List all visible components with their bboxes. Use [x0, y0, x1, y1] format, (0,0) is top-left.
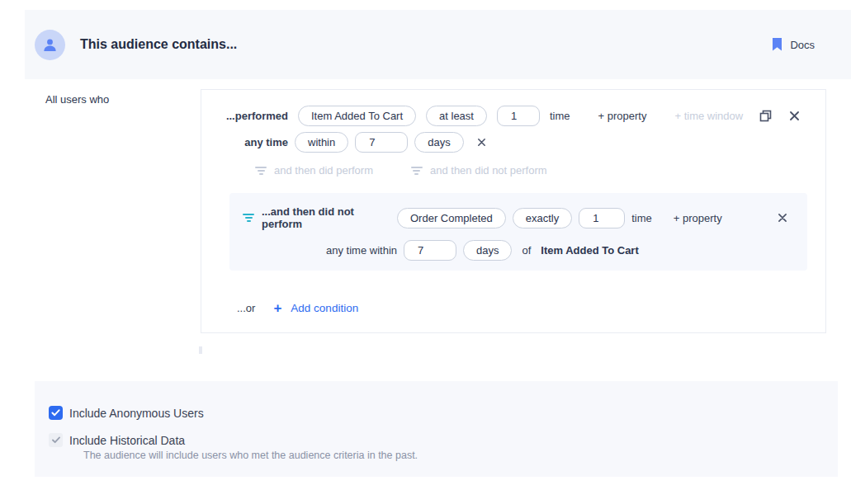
- copy-icon: [759, 110, 772, 122]
- add-condition-button[interactable]: + Add condition: [273, 301, 358, 315]
- then-did-perform-label: and then did perform: [274, 164, 373, 177]
- anonymous-users-row: Include Anonymous Users: [49, 406, 838, 420]
- remove-condition-button[interactable]: [788, 110, 801, 122]
- options-panel: Include Anonymous Users Include Historic…: [35, 381, 838, 477]
- all-users-label: All users who: [45, 93, 109, 106]
- window-type-select[interactable]: within: [295, 132, 348, 153]
- then-did-perform-option[interactable]: and then did perform: [254, 164, 373, 177]
- or-row: ...or + Add condition: [221, 301, 801, 315]
- condition-group: ...performed Item Added To Cart at least…: [201, 89, 826, 333]
- of-event-label: Item Added To Cart: [541, 244, 638, 257]
- subcondition-label: ...and then did not perform: [262, 205, 390, 230]
- header: This audience contains... Docs: [25, 10, 851, 79]
- duplicate-condition-button[interactable]: [758, 108, 773, 124]
- include-historical-label: Include Historical Data: [69, 434, 185, 447]
- historical-check-icon[interactable]: [49, 433, 63, 447]
- time-window-row: any time within days: [221, 132, 801, 153]
- close-icon: [478, 139, 485, 146]
- remove-time-window-button[interactable]: [476, 137, 487, 148]
- time-suffix-label: time: [550, 110, 570, 122]
- divider-mark: [199, 346, 202, 354]
- person-icon: [42, 37, 58, 53]
- close-icon: [778, 214, 787, 222]
- subcondition-box: ...and then did not perform Order Comple…: [229, 193, 807, 271]
- any-time-label: any time: [221, 136, 288, 148]
- subcondition-window-row: any time within days of Item Added To Ca…: [242, 240, 788, 261]
- filter-icon: [410, 167, 423, 175]
- include-anonymous-checkbox[interactable]: [49, 406, 63, 420]
- docs-link[interactable]: Docs: [772, 38, 815, 51]
- check-icon: [51, 436, 61, 444]
- docs-label: Docs: [790, 39, 815, 51]
- time-suffix-label: time: [631, 212, 652, 224]
- subcondition-add-property-button[interactable]: + property: [674, 212, 722, 224]
- bookmark-icon: [772, 38, 782, 51]
- avatar: [35, 30, 65, 60]
- performed-condition-row: ...performed Item Added To Cart at least…: [221, 106, 801, 126]
- event-select[interactable]: Item Added To Cart: [298, 106, 416, 126]
- funnel-filter-icon: [242, 214, 255, 222]
- then-did-not-perform-option[interactable]: and then did not perform: [410, 164, 547, 177]
- subcondition-window-value-input[interactable]: [404, 240, 456, 261]
- historical-description: The audience will include users who met …: [83, 450, 838, 461]
- close-icon: [790, 111, 799, 120]
- frequency-operator-select[interactable]: at least: [426, 106, 487, 126]
- add-time-window-button[interactable]: + time window: [674, 110, 743, 122]
- filter-icon: [254, 167, 267, 175]
- subcondition-row: ...and then did not perform Order Comple…: [242, 205, 788, 230]
- subcondition-window-unit-select[interactable]: days: [463, 240, 512, 261]
- remove-subcondition-button[interactable]: [777, 212, 788, 224]
- window-unit-select[interactable]: days: [414, 132, 463, 153]
- include-anonymous-label: Include Anonymous Users: [69, 407, 204, 420]
- add-property-button[interactable]: + property: [598, 110, 647, 122]
- any-time-within-label: any time within: [242, 244, 397, 257]
- then-did-not-perform-label: and then did not perform: [430, 164, 547, 177]
- add-condition-label: Add condition: [291, 302, 358, 314]
- subcondition-count-input[interactable]: [579, 208, 625, 228]
- window-value-input[interactable]: [355, 132, 408, 153]
- historical-data-row: Include Historical Data: [49, 433, 838, 447]
- or-label: ...or: [237, 302, 255, 314]
- plus-icon: +: [273, 301, 281, 315]
- count-input[interactable]: [497, 106, 540, 126]
- page-title: This audience contains...: [80, 37, 237, 52]
- of-label: of: [522, 244, 531, 257]
- check-icon: [51, 409, 60, 417]
- then-options-row: and then did perform and then did not pe…: [254, 164, 801, 177]
- performed-label: ...performed: [221, 110, 288, 122]
- subcondition-event-select[interactable]: Order Completed: [397, 208, 506, 228]
- subcondition-operator-select[interactable]: exactly: [513, 208, 572, 228]
